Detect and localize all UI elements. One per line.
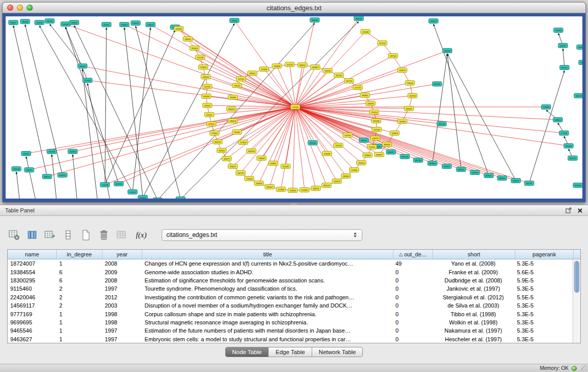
graph-node[interactable]: 20618 [78, 64, 88, 69]
graph-node[interactable]: 25607 [228, 164, 238, 169]
graph-node[interactable]: 92450 [573, 183, 582, 188]
graph-node[interactable]: 16942 [553, 118, 563, 122]
graph-node[interactable]: 17554 [199, 65, 208, 70]
graph-node[interactable]: 17354 [210, 131, 220, 136]
graph-node[interactable]: 18304 [311, 186, 321, 191]
graph-node[interactable]: 12973 [398, 68, 407, 73]
graph-node[interactable]: 20364 [254, 181, 264, 186]
graph-node[interactable]: 16449 [61, 22, 71, 27]
graph-node[interactable]: 69341 [456, 167, 466, 172]
table-settings-button[interactable] [8, 229, 20, 241]
show-columns-button[interactable] [26, 229, 38, 241]
window-titlebar[interactable]: citations_edges.txt [3, 3, 585, 13]
graph-node[interactable]: 18450 [360, 93, 370, 98]
graph-node[interactable]: 24530 [366, 101, 376, 106]
float-panel-icon[interactable] [565, 207, 572, 213]
graph-node[interactable]: 22406 [259, 67, 269, 72]
graph-node[interactable]: 74916 [470, 170, 480, 175]
graph-node[interactable]: 19477 [222, 157, 232, 161]
graph-node[interactable]: 25118 [83, 78, 93, 83]
table-row[interactable]: 2242004622012Investigating the contribut… [8, 293, 573, 301]
column-header-short[interactable]: short [433, 250, 515, 259]
graph-node[interactable]: 76234 [176, 197, 186, 199]
graph-node[interactable]: 14954 [390, 131, 400, 136]
graph-node[interactable]: 15364 [288, 188, 298, 193]
graph-node[interactable]: 13206 [323, 69, 333, 73]
graph-node[interactable]: 21278 [195, 55, 205, 60]
tab-node-table[interactable]: Node Table [226, 347, 269, 357]
graph-node[interactable]: 74159 [334, 143, 343, 148]
graph-node[interactable]: 20112 [205, 113, 214, 117]
graph-node[interactable]: 75934 [554, 28, 563, 33]
network-canvas-svg[interactable]: 1867412164465979573496734809656791569341… [6, 16, 582, 199]
graph-node[interactable]: 11548 [361, 30, 371, 34]
graph-node[interactable]: 12125 [285, 62, 295, 67]
graph-node[interactable]: 30250 [68, 149, 78, 154]
graph-node[interactable]: 19154 [308, 141, 318, 145]
graph-node[interactable]: 30176 [437, 122, 447, 126]
graph-node[interactable]: 16774 [344, 79, 354, 83]
graph-node[interactable]: 59612 [298, 63, 308, 68]
resize-grip-icon[interactable] [581, 365, 587, 371]
minimize-window-button[interactable] [17, 5, 23, 11]
graph-node[interactable]: 61981 [311, 65, 320, 70]
graph-node[interactable]: 64120 [568, 156, 578, 161]
graph-node[interactable]: 24501 [511, 179, 521, 183]
graph-node[interactable]: 28504 [429, 19, 439, 24]
graph-node[interactable]: 20731 [203, 84, 212, 89]
graph-node[interactable]: 19645 [120, 23, 129, 27]
graph-node[interactable]: 91347 [265, 185, 275, 189]
graph-node[interactable]: 84530 [354, 16, 364, 21]
rows-button[interactable] [62, 229, 74, 241]
graph-node[interactable]: 50918 [577, 45, 582, 50]
graph-node[interactable]: 72342 [232, 130, 242, 135]
table-row[interactable]: 1938455462009Genome-wide association stu… [8, 268, 573, 276]
graph-node[interactable]: 19208 [12, 167, 21, 171]
tab-edge-table[interactable]: Edge Table [269, 347, 312, 357]
graph-node[interactable]: 17208 [100, 183, 110, 187]
function-builder-button[interactable]: f(x) [134, 229, 149, 241]
column-header-title[interactable]: title [142, 250, 394, 259]
graph-node[interactable]: 22168 [174, 27, 184, 31]
table-function-button[interactable] [44, 229, 56, 241]
column-header-out_de[interactable]: △out_de… [394, 250, 433, 259]
graph-node[interactable]: 74215 [131, 21, 141, 26]
table-row[interactable]: 946362711997Embryonic stem cells: a mode… [8, 335, 573, 343]
graph-node[interactable]: 99450 [497, 176, 507, 181]
graph-node[interactable]: 20931 [269, 161, 278, 166]
graph-node[interactable]: 12213 [378, 41, 387, 46]
graph-node[interactable]: 22161 [367, 145, 377, 149]
graph-node[interactable]: 78341 [248, 71, 257, 76]
column-header-pagerank[interactable]: pagerank [515, 250, 574, 259]
table-row[interactable]: 1830029562008Estimation of significance … [8, 276, 573, 285]
graph-node[interactable]: 15958 [541, 105, 551, 110]
graph-node[interactable]: 18184 [202, 94, 211, 99]
graph-node[interactable]: 14423 [332, 179, 342, 184]
graph-node[interactable]: 74503 [405, 81, 415, 85]
graph-node[interactable]: 19734 [388, 54, 398, 58]
table-row[interactable]: 977716911998Corpus callosum shape and si… [8, 310, 573, 318]
graph-node[interactable]: 13364 [363, 153, 373, 158]
graph-node[interactable]: 74185 [47, 149, 57, 154]
graph-node[interactable]: 59011 [25, 168, 34, 172]
graph-node[interactable]: 21060 [564, 144, 574, 148]
graph-node[interactable]: 18674 [359, 138, 369, 143]
graph-node[interactable]: 17364 [238, 140, 248, 145]
graph-node[interactable]: 16352 [217, 148, 227, 153]
column-header-name[interactable]: name [8, 250, 57, 259]
graph-node[interactable]: 15345 [281, 164, 291, 169]
graph-node[interactable]: 20611 [102, 23, 112, 27]
graph-node[interactable]: 20591 [558, 43, 568, 48]
graph-node[interactable]: 19567 [230, 18, 239, 23]
table-scrollbar[interactable] [573, 259, 580, 343]
graph-node[interactable]: 12106 [343, 133, 353, 138]
graph-node[interactable]: 19344 [190, 46, 200, 51]
graph-node[interactable]: 30672 [213, 140, 223, 144]
table-row[interactable]: 969969511998Structural magnetic resonanc… [8, 318, 573, 326]
import-table-button[interactable] [116, 229, 128, 241]
graph-node[interactable]: 10674 [371, 136, 380, 141]
table-row[interactable]: 911546021997Tourette syndrome. Phenomeno… [8, 285, 573, 293]
graph-node[interactable]: 17725 [353, 85, 363, 90]
graph-node[interactable]: 75314 [369, 110, 379, 115]
graph-node[interactable]: 96734 [413, 158, 423, 163]
